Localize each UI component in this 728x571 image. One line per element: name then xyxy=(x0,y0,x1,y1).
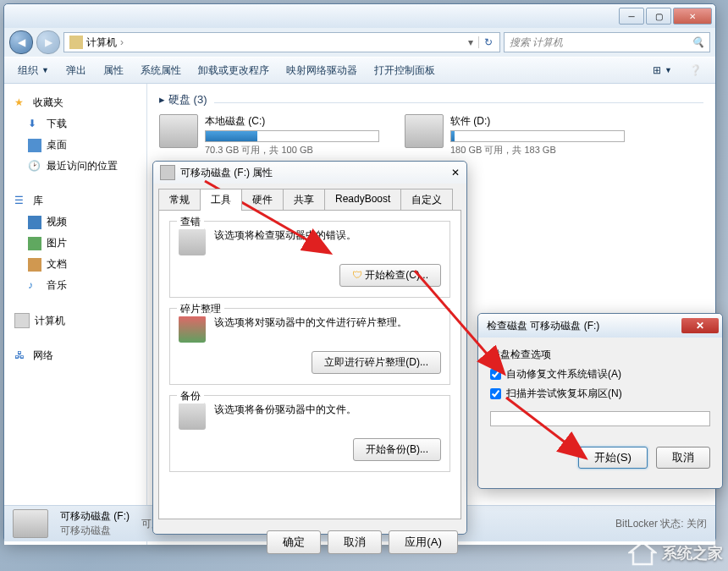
dialog-buttons: 开始(S) 取消 xyxy=(478,447,722,469)
tab-readyboost[interactable]: ReadyBoost xyxy=(324,189,401,211)
download-icon: ⬇ xyxy=(28,118,41,131)
sidebar-desktop[interactable]: 桌面 xyxy=(4,135,146,156)
drive-free: 70.3 GB 可用，共 100 GB xyxy=(205,144,379,156)
drives-header[interactable]: ▸硬盘 (3) xyxy=(159,92,703,107)
dialog-titlebar: 检查磁盘 可移动磁盘 (F:) ✕ xyxy=(478,314,722,338)
sidebar-network[interactable]: 🖧网络 xyxy=(4,343,146,366)
close-button[interactable]: ✕ xyxy=(673,8,712,25)
desktop-icon xyxy=(28,139,41,152)
uninstall-button[interactable]: 卸载或更改程序 xyxy=(191,60,276,81)
cancel-button[interactable]: 取消 xyxy=(328,530,382,554)
help-icon[interactable]: ❔ xyxy=(682,61,709,80)
network-icon: 🖧 xyxy=(14,349,28,363)
checkbox-scan[interactable] xyxy=(490,388,501,399)
eject-button[interactable]: 弹出 xyxy=(59,60,93,81)
drive-icon xyxy=(160,165,175,180)
option-auto-fix[interactable]: 自动修复文件系统错误(A) xyxy=(490,367,710,382)
map-drive-button[interactable]: 映射网络驱动器 xyxy=(279,60,364,81)
sidebar-music[interactable]: ♪音乐 xyxy=(4,275,146,296)
sidebar: ★收藏夹 ⬇下载 桌面 🕑最近访问的位置 ☰库 视频 图片 文档 ♪音乐 计算机… xyxy=(4,84,147,545)
backup-group: 备份 该选项将备份驱动器中的文件。 开始备份(B)... xyxy=(169,395,450,472)
breadcrumb-sep: › xyxy=(120,36,124,48)
group-desc: 该选项将备份驱动器中的文件。 xyxy=(214,403,441,417)
sidebar-favorites[interactable]: ★收藏夹 xyxy=(4,91,146,113)
house-icon xyxy=(628,541,657,566)
tab-hardware[interactable]: 硬件 xyxy=(241,189,284,211)
tab-body: 查错 该选项将检查驱动器中的错误。 🛡 开始检查(C)... 碎片整理 该选项将… xyxy=(158,210,461,519)
document-icon xyxy=(28,258,41,272)
sidebar-downloads[interactable]: ⬇下载 xyxy=(4,113,146,135)
tab-tools[interactable]: 工具 xyxy=(200,189,242,211)
picture-icon xyxy=(28,237,41,250)
group-desc: 该选项将检查驱动器中的错误。 xyxy=(214,228,441,243)
options-title: 磁盘检查选项 xyxy=(490,348,710,362)
close-icon[interactable]: ✕ xyxy=(451,167,460,178)
usage-bar xyxy=(450,130,625,142)
dialog-buttons: 确定 取消 应用(A) xyxy=(153,525,466,559)
sidebar-computer[interactable]: 计算机 xyxy=(4,308,146,332)
group-title: 碎片整理 xyxy=(177,302,224,316)
search-input[interactable]: 搜索 计算机 🔍 xyxy=(504,32,710,52)
properties-button[interactable]: 属性 xyxy=(97,60,130,81)
watermark: 系统之家 xyxy=(628,541,723,566)
system-properties-button[interactable]: 系统属性 xyxy=(134,60,188,81)
address-bar: ◀ ▶ 计算机 › ▾ ↻ 搜索 计算机 🔍 xyxy=(4,28,715,57)
drive-c[interactable]: 本地磁盘 (C:) 70.3 GB 可用，共 100 GB xyxy=(159,114,379,156)
control-panel-button[interactable]: 打开控制面板 xyxy=(367,60,442,81)
usage-bar xyxy=(205,130,379,142)
group-desc: 该选项将对驱动器中的文件进行碎片整理。 xyxy=(214,316,441,330)
drive-icon xyxy=(13,509,48,538)
group-title: 查错 xyxy=(177,215,204,229)
option-scan-recover[interactable]: 扫描并尝试恢复坏扇区(N) xyxy=(490,387,710,401)
music-icon: ♪ xyxy=(28,279,41,293)
defrag-button[interactable]: 立即进行碎片整理(D)... xyxy=(312,351,441,374)
backup-button[interactable]: 开始备份(B)... xyxy=(353,438,441,461)
computer-icon xyxy=(69,36,83,49)
forward-button[interactable]: ▶ xyxy=(36,30,60,54)
status-drive-label: 可移动磁盘 (F:) xyxy=(60,509,130,524)
error-check-group: 查错 该选项将检查驱动器中的错误。 🛡 开始检查(C)... xyxy=(169,221,450,298)
sidebar-videos[interactable]: 视频 xyxy=(4,211,146,233)
ok-button[interactable]: 确定 xyxy=(267,530,321,554)
view-icon[interactable]: ⊞▼ xyxy=(646,61,679,80)
dropdown-icon[interactable]: ▾ xyxy=(463,36,478,48)
cancel-button[interactable]: 取消 xyxy=(656,447,710,469)
sidebar-libraries[interactable]: ☰库 xyxy=(4,189,146,211)
check-disk-dialog: 检查磁盘 可移动磁盘 (F:) ✕ 磁盘检查选项 自动修复文件系统错误(A) 扫… xyxy=(477,313,723,489)
drive-label: 本地磁盘 (C:) xyxy=(205,114,379,129)
refresh-icon[interactable]: ↻ xyxy=(478,36,498,48)
group-title: 备份 xyxy=(177,389,204,404)
drive-d[interactable]: 软件 (D:) 180 GB 可用，共 183 GB xyxy=(405,114,625,156)
tab-custom[interactable]: 自定义 xyxy=(400,189,453,211)
organize-menu[interactable]: 组织▼ xyxy=(11,60,56,81)
toolbar: 组织▼ 弹出 属性 系统属性 卸载或更改程序 映射网络驱动器 打开控制面板 ⊞▼… xyxy=(4,57,715,84)
breadcrumb-root: 计算机 xyxy=(86,36,117,50)
drive-label: 软件 (D:) xyxy=(450,114,625,129)
maximize-button[interactable]: ▢ xyxy=(646,8,671,25)
minimize-button[interactable]: ─ xyxy=(619,8,644,25)
titlebar: ─ ▢ ✕ xyxy=(4,4,715,28)
tab-sharing[interactable]: 共享 xyxy=(283,189,325,211)
start-check-button[interactable]: 🛡 开始检查(C)... xyxy=(339,264,441,287)
library-icon: ☰ xyxy=(14,195,28,208)
backup-icon xyxy=(179,403,206,430)
apply-button[interactable]: 应用(A) xyxy=(389,530,458,554)
tab-general[interactable]: 常规 xyxy=(158,189,201,211)
checkbox-auto-fix[interactable] xyxy=(490,369,501,380)
computer-icon xyxy=(14,313,30,328)
close-button[interactable]: ✕ xyxy=(681,318,719,333)
back-button[interactable]: ◀ xyxy=(9,30,33,54)
sidebar-documents[interactable]: 文档 xyxy=(4,254,146,275)
search-icon: 🔍 xyxy=(692,36,704,48)
drive-icon xyxy=(405,114,444,148)
defrag-group: 碎片整理 该选项将对驱动器中的文件进行碎片整理。 立即进行碎片整理(D)... xyxy=(169,308,450,385)
breadcrumb[interactable]: 计算机 › ▾ ↻ xyxy=(63,32,500,52)
sidebar-recent[interactable]: 🕑最近访问的位置 xyxy=(4,156,146,177)
video-icon xyxy=(28,216,41,229)
sidebar-pictures[interactable]: 图片 xyxy=(4,233,146,254)
start-button[interactable]: 开始(S) xyxy=(578,447,648,469)
dialog-title: 可移动磁盘 (F:) 属性 xyxy=(180,166,273,180)
status-drive-type: 可移动磁盘 xyxy=(60,524,130,538)
drive-icon xyxy=(159,114,198,148)
progress-bar xyxy=(490,411,710,426)
